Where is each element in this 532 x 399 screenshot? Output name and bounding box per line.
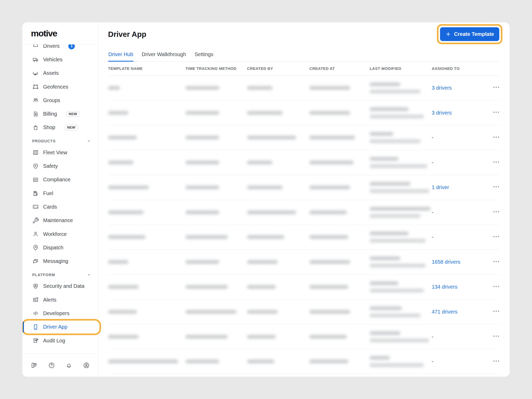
assets-icon: [32, 70, 39, 77]
redacted-template-name: [108, 210, 144, 214]
redacted-last-modified: [370, 281, 432, 292]
sidebar-item-fuel[interactable]: Fuel: [22, 187, 98, 200]
redacted-created-at: [309, 111, 350, 115]
assigned-drivers-link[interactable]: 134 drivers: [432, 284, 457, 290]
assigned-none: -: [432, 159, 434, 165]
sidebar-item-assets[interactable]: Assets: [22, 66, 98, 80]
assigned-drivers-link[interactable]: 3 drivers: [432, 110, 452, 116]
help-icon[interactable]: [48, 362, 55, 369]
redacted-time-tracking-method: [185, 235, 228, 239]
row-menu-button[interactable]: [492, 308, 500, 315]
shop-icon: [32, 124, 39, 131]
sidebar-item-label: Groups: [43, 97, 60, 103]
sidebar-item-label: Drivers: [43, 44, 59, 49]
sidebar-item-driver-app[interactable]: Driver App: [22, 320, 98, 334]
sidebar-item-billing[interactable]: BillingNEW: [22, 107, 98, 121]
motive-logo: motive: [22, 22, 98, 44]
fuel-icon: [32, 190, 39, 197]
row-menu-button[interactable]: [492, 233, 500, 240]
redacted-last-modified: [370, 231, 432, 243]
cards-icon: [32, 203, 39, 210]
template-table: 3 drivers3 drivers--1 driver--1658 drive…: [108, 76, 500, 374]
sidebar-item-groups[interactable]: Groups: [22, 94, 98, 107]
sidebar-item-label: Dispatch: [43, 245, 63, 251]
redacted-created-by: [247, 335, 276, 339]
sidebar-item-label: Maintenance: [43, 217, 73, 223]
table-row: -: [108, 150, 500, 175]
sidebar-item-alerts[interactable]: Alerts: [22, 293, 98, 307]
profile-icon[interactable]: [83, 362, 90, 369]
table-row: 1658 drivers: [108, 250, 500, 275]
assigned-drivers-link[interactable]: 1658 drivers: [432, 259, 460, 265]
redacted-template-name: [108, 235, 145, 239]
redacted-template-name: [108, 161, 134, 164]
redacted-created-at: [309, 185, 350, 189]
assigned-drivers-link[interactable]: 1 driver: [432, 184, 449, 190]
row-menu-button[interactable]: [492, 158, 500, 166]
tab-settings[interactable]: Settings: [194, 48, 214, 61]
developers-icon: [32, 310, 39, 317]
new-badge: NEW: [64, 125, 78, 130]
redacted-template-name: [108, 310, 137, 314]
sidebar-item-label: Vehicles: [43, 57, 63, 63]
redacted-time-tracking-method: [185, 136, 219, 139]
sidebar-item-compliance[interactable]: Compliance: [22, 173, 98, 187]
redacted-time-tracking-method: [185, 335, 228, 339]
assigned-none: -: [432, 358, 434, 364]
redacted-time-tracking-method: [185, 285, 228, 289]
groups-icon: [32, 97, 39, 104]
tab-bar: Driver HubDriver WalkthroughSettings: [108, 48, 500, 62]
sidebar-item-label: Assets: [43, 70, 59, 76]
redacted-template-name: [108, 86, 120, 90]
row-menu-button[interactable]: [492, 283, 500, 290]
sidebar-item-label: Shop: [43, 124, 55, 130]
count-badge: 1: [68, 44, 75, 49]
redacted-time-tracking-method: [185, 185, 219, 189]
notifications-icon[interactable]: [65, 362, 72, 369]
row-menu-button[interactable]: [492, 332, 500, 340]
sidebar-item-security-and-data[interactable]: Security and Data: [22, 280, 98, 293]
row-menu-button[interactable]: [492, 183, 500, 190]
sidebar-item-workforce[interactable]: Workforce: [22, 227, 98, 241]
guide-icon[interactable]: [31, 362, 38, 369]
row-menu-button[interactable]: [492, 357, 500, 365]
sidebar-item-label: Cards: [43, 204, 57, 210]
sidebar-item-messaging[interactable]: Messaging: [22, 254, 98, 268]
drivers-icon: [32, 44, 39, 49]
sidebar-item-safety[interactable]: Safety: [22, 159, 98, 173]
maintenance-icon: [32, 217, 39, 224]
redacted-created-by: [247, 260, 278, 264]
redacted-created-at: [309, 310, 350, 314]
alerts-icon: [32, 296, 39, 303]
sidebar-item-drivers[interactable]: Drivers1: [22, 44, 98, 53]
assigned-none: -: [432, 135, 434, 140]
sidebar-item-cards[interactable]: Cards: [22, 200, 98, 214]
sidebar-item-maintenance[interactable]: Maintenance: [22, 214, 98, 227]
sidebar-item-label: Alerts: [43, 297, 56, 303]
row-menu-button[interactable]: [492, 258, 500, 265]
safety-icon: [32, 163, 39, 170]
sidebar-item-developers[interactable]: Developers: [22, 307, 98, 320]
sidebar-item-fleet-view[interactable]: Fleet View: [22, 146, 98, 159]
assigned-drivers-link[interactable]: 3 drivers: [432, 85, 452, 91]
row-menu-button[interactable]: [492, 134, 500, 141]
row-menu-button[interactable]: [492, 109, 500, 116]
app-window: motive Drivers1VehiclesAssetsGeofencesGr…: [22, 22, 510, 377]
compliance-icon: [32, 176, 39, 183]
assigned-drivers-link[interactable]: 471 drivers: [432, 309, 457, 315]
row-menu-button[interactable]: [492, 84, 500, 91]
sidebar-item-dispatch[interactable]: Dispatch: [22, 241, 98, 254]
sidebar-nav: Drivers1VehiclesAssetsGeofencesGroupsBil…: [22, 44, 98, 354]
sidebar-section-platform[interactable]: PLATFORM: [22, 270, 98, 280]
sidebar-item-vehicles[interactable]: Vehicles: [22, 53, 98, 66]
sidebar-item-shop[interactable]: ShopNEW: [22, 121, 98, 134]
sidebar-section-products[interactable]: PRODUCTS: [22, 136, 98, 146]
sidebar-item-geofences[interactable]: Geofences: [22, 80, 98, 94]
row-menu-button[interactable]: [492, 208, 500, 215]
tab-driver-walkthrough[interactable]: Driver Walkthrough: [142, 48, 186, 61]
sidebar-item-audit-log[interactable]: Audit Log: [22, 334, 98, 347]
tab-driver-hub[interactable]: Driver Hub: [108, 48, 134, 61]
plus-icon: [445, 31, 451, 37]
create-template-button[interactable]: Create Template: [440, 27, 499, 41]
redacted-created-at: [309, 210, 347, 214]
